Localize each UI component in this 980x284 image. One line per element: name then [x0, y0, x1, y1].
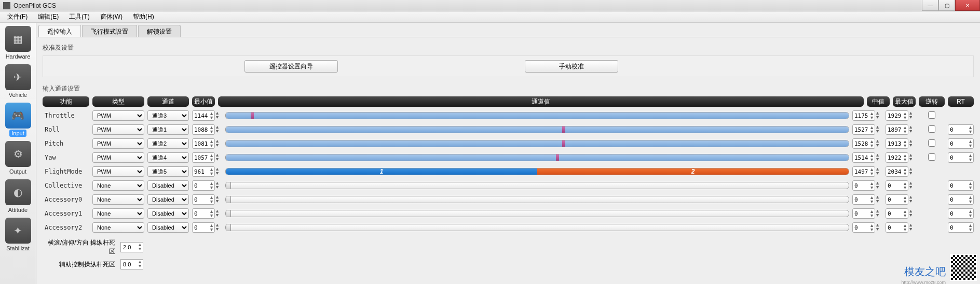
- channel-select[interactable]: Disabled: [147, 222, 189, 233]
- reverse-checkbox[interactable]: [919, 139, 945, 148]
- reverse-checkbox[interactable]: [919, 153, 945, 162]
- calibration-section-label: 校准及设置: [43, 44, 974, 52]
- min-spin[interactable]: 1081: [192, 138, 215, 149]
- channel-select[interactable]: Disabled: [147, 180, 189, 191]
- channel-bar[interactable]: [225, 140, 849, 147]
- menu-tools[interactable]: 工具(T): [64, 12, 94, 21]
- max-spin[interactable]: 1922: [886, 152, 908, 163]
- max-spin[interactable]: 0: [886, 222, 908, 233]
- channel-row: Throttle PWM 通道3 1144 1175 1929: [43, 110, 974, 121]
- deadband-assist-label: 辅助控制操纵杆死区: [43, 260, 115, 269]
- max-spin[interactable]: 0: [886, 194, 908, 205]
- channel-select[interactable]: Disabled: [147, 208, 189, 219]
- neutral-spin[interactable]: 1497: [852, 166, 875, 177]
- rt-spin[interactable]: 0: [948, 152, 974, 163]
- channel-slider[interactable]: [225, 210, 849, 217]
- type-select[interactable]: None: [92, 180, 144, 191]
- flightmode-bar[interactable]: 1 2: [225, 168, 849, 175]
- channel-slider[interactable]: [225, 182, 849, 189]
- chip-icon: ▦: [5, 26, 31, 52]
- neutral-spin[interactable]: 0: [852, 194, 875, 205]
- deadband-assist-spin[interactable]: 8.0: [120, 259, 143, 269]
- max-spin[interactable]: 0: [886, 208, 908, 219]
- function-label: Accessory2: [43, 224, 89, 231]
- channel-slider[interactable]: [225, 224, 849, 231]
- hdr-channel: 通道: [147, 96, 189, 107]
- type-select[interactable]: PWM: [92, 110, 144, 121]
- minimize-button[interactable]: —: [922, 0, 938, 11]
- channel-bar[interactable]: [225, 154, 849, 161]
- channel-row: Accessory2 None Disabled 0 0 0 0: [43, 222, 974, 233]
- channel-select[interactable]: 通道2: [147, 138, 189, 149]
- type-select[interactable]: PWM: [92, 124, 144, 135]
- menu-file[interactable]: 文件(F): [2, 12, 33, 21]
- deadband-rpy-spin[interactable]: 2.0: [120, 242, 143, 252]
- type-select[interactable]: PWM: [92, 166, 144, 177]
- rt-spin[interactable]: 0: [948, 138, 974, 149]
- hdr-rev: 逆转: [919, 96, 945, 107]
- gyro-icon: ✦: [5, 218, 31, 244]
- channel-bar[interactable]: [225, 112, 849, 119]
- sidebar-item-output[interactable]: ⚙ Output: [3, 141, 34, 175]
- min-spin[interactable]: 961: [192, 166, 215, 177]
- neutral-spin[interactable]: 1527: [852, 124, 875, 135]
- neutral-spin[interactable]: 0: [852, 180, 875, 191]
- wizard-button[interactable]: 遥控器设置向导: [244, 60, 338, 73]
- min-spin[interactable]: 0: [192, 222, 215, 233]
- hdr-value: 通道值: [218, 96, 864, 107]
- neutral-spin[interactable]: 1175: [852, 110, 875, 121]
- max-spin[interactable]: 1897: [886, 124, 908, 135]
- min-spin[interactable]: 1088: [192, 124, 215, 135]
- min-spin[interactable]: 0: [192, 208, 215, 219]
- sidebar-item-input[interactable]: 🎮 Input: [3, 103, 34, 137]
- watermark-logo: 模友之吧: [904, 265, 946, 279]
- channel-select[interactable]: 通道3: [147, 110, 189, 121]
- maximize-button[interactable]: ▢: [938, 0, 955, 11]
- tab-rc-input[interactable]: 遥控输入: [38, 25, 81, 37]
- max-spin[interactable]: 2034: [886, 166, 908, 177]
- function-label: Yaw: [43, 154, 89, 161]
- deadband-rpy-label: 横滚/俯仰/方向 操纵杆死区: [43, 238, 115, 256]
- rt-spin[interactable]: 0: [948, 194, 974, 205]
- type-select[interactable]: None: [92, 222, 144, 233]
- max-spin[interactable]: 1929: [886, 110, 908, 121]
- reverse-checkbox[interactable]: [919, 125, 945, 134]
- min-spin[interactable]: 1057: [192, 152, 215, 163]
- neutral-spin[interactable]: 1514: [852, 152, 875, 163]
- type-select[interactable]: None: [92, 208, 144, 219]
- tab-flight-mode[interactable]: 飞行模式设置: [82, 25, 137, 37]
- channel-bar[interactable]: [225, 126, 849, 133]
- rt-spin[interactable]: 0: [948, 222, 974, 233]
- channel-row: Pitch PWM 通道2 1081 1528 1913 0: [43, 138, 974, 149]
- channel-select[interactable]: 通道1: [147, 124, 189, 135]
- sidebar-item-attitude[interactable]: ◐ Attitude: [3, 179, 34, 214]
- neutral-spin[interactable]: 0: [852, 208, 875, 219]
- channel-select[interactable]: 通道4: [147, 152, 189, 163]
- rt-spin[interactable]: 0: [948, 180, 974, 191]
- channel-select[interactable]: Disabled: [147, 194, 189, 205]
- menu-edit[interactable]: 编辑(E): [33, 12, 64, 21]
- type-select[interactable]: PWM: [92, 138, 144, 149]
- manual-cal-button[interactable]: 手动校准: [525, 60, 618, 73]
- channel-select[interactable]: 通道5: [147, 166, 189, 177]
- rt-spin[interactable]: 0: [948, 208, 974, 219]
- rt-spin[interactable]: 0: [948, 124, 974, 135]
- type-select[interactable]: PWM: [92, 152, 144, 163]
- type-select[interactable]: None: [92, 194, 144, 205]
- max-spin[interactable]: 1913: [886, 138, 908, 149]
- menu-help[interactable]: 帮助(H): [128, 12, 159, 21]
- min-spin[interactable]: 0: [192, 194, 215, 205]
- tab-arming[interactable]: 解锁设置: [138, 25, 181, 37]
- close-button[interactable]: ✕: [955, 0, 980, 11]
- min-spin[interactable]: 1144: [192, 110, 215, 121]
- neutral-spin[interactable]: 0: [852, 222, 875, 233]
- neutral-spin[interactable]: 1528: [852, 138, 875, 149]
- min-spin[interactable]: 0: [192, 180, 215, 191]
- menu-window[interactable]: 窗体(W): [95, 12, 128, 21]
- max-spin[interactable]: 0: [886, 180, 908, 191]
- sidebar-item-stabilization[interactable]: ✦ Stabilizat: [3, 218, 34, 252]
- sidebar-item-hardware[interactable]: ▦ Hardware: [3, 26, 34, 60]
- reverse-checkbox[interactable]: [919, 111, 945, 120]
- sidebar-item-vehicle[interactable]: ✈ Vehicle: [3, 64, 34, 98]
- channel-slider[interactable]: [225, 196, 849, 203]
